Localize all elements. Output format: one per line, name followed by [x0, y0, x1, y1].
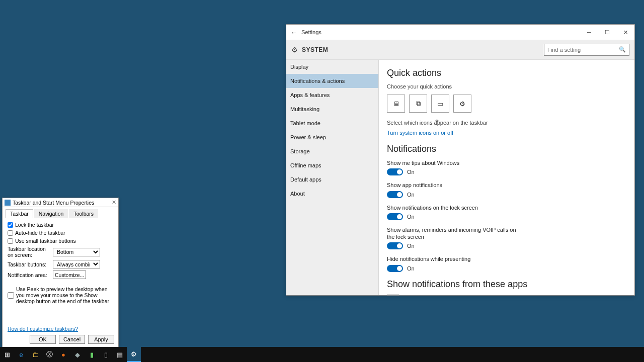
app-6-button[interactable]: ▮: [85, 347, 99, 362]
sidebar-item-tablet[interactable]: Tablet mode: [286, 116, 378, 130]
customize-button[interactable]: Customize...: [53, 270, 86, 279]
props-title-text: Taskbar and Start Menu Properties: [13, 200, 94, 206]
notif-area-label: Notification area:: [8, 272, 53, 278]
check-auto-hide-label: Auto-hide the taskbar: [15, 230, 65, 236]
toggle-app-notif[interactable]: [387, 191, 403, 198]
app-5-button[interactable]: ◆: [70, 347, 85, 362]
check-small-buttons-label: Use small taskbar buttons: [15, 238, 76, 244]
check-peek-box[interactable]: [8, 287, 14, 304]
check-auto-hide-box[interactable]: [8, 230, 13, 236]
project-icon: ⧉: [416, 100, 421, 108]
edge-icon: e: [19, 351, 23, 358]
toggle-lock[interactable]: [387, 213, 403, 220]
sidebar-item-apps[interactable]: Apps & features: [286, 88, 378, 102]
app-name: BitTorrent: [403, 295, 456, 295]
header-label: SYSTEM: [302, 46, 328, 53]
check-auto-hide[interactable]: Auto-hide the taskbar: [8, 230, 113, 236]
sidebar-item-storage[interactable]: Storage: [286, 144, 378, 158]
settings-taskbar-button[interactable]: ⚙: [127, 347, 141, 362]
sidebar-item-default-apps[interactable]: Default apps: [286, 172, 378, 187]
start-button[interactable]: ⊞: [0, 347, 14, 362]
sidebar-item-display[interactable]: Display: [286, 60, 378, 74]
cursor-icon: ⌖: [435, 117, 439, 124]
search-placeholder: Find a setting: [547, 47, 581, 53]
sidebar-item-multitasking[interactable]: Multitasking: [286, 102, 378, 116]
link-system-icons[interactable]: Turn system icons on or off: [387, 130, 626, 136]
app-7-button[interactable]: ▯: [99, 347, 113, 362]
maximize-button[interactable]: ☐: [598, 25, 616, 40]
quick-action-1[interactable]: 🖥: [387, 95, 405, 113]
connect-icon: 🖥: [393, 100, 399, 108]
props-titlebar: Taskbar and Start Menu Properties ✕: [3, 198, 118, 207]
check-small-buttons[interactable]: Use small taskbar buttons: [8, 238, 113, 244]
file-explorer-icon: 🗀: [32, 351, 39, 358]
tab-toolbars[interactable]: Toolbars: [69, 209, 98, 218]
check-lock-taskbar-label: Lock the taskbar: [15, 222, 54, 228]
buttons-label: Taskbar buttons:: [8, 261, 53, 267]
link-taskbar-icons[interactable]: Select which icons appear on the taskbar: [387, 120, 626, 126]
titlebar: ← Settings ─ ☐ ✕: [286, 25, 634, 40]
toggle-tips-label: Show me tips about Windows: [387, 159, 518, 166]
unknown-app-3-icon: ▯: [104, 351, 108, 358]
quick-actions-desc: Choose your quick actions: [387, 83, 626, 89]
gear-icon: ⚙: [291, 46, 298, 54]
settings-window: ← Settings ─ ☐ ✕ ⚙ SYSTEM Find a setting…: [286, 24, 635, 296]
taskbar: ⊞ e 🗀 ⓧ ● ◆ ▮ ▯ ▤ ⚙: [0, 347, 644, 362]
sidebar-item-offline-maps[interactable]: Offline maps: [286, 158, 378, 172]
toggle-alarms[interactable]: [387, 242, 403, 249]
quick-actions-heading: Quick actions: [387, 68, 626, 78]
xbox-button[interactable]: ⓧ: [42, 347, 56, 362]
quick-action-3[interactable]: ▭: [431, 95, 449, 113]
search-icon: 🔍: [619, 46, 626, 53]
taskbar-properties-icon: ▤: [117, 351, 123, 358]
window-title: Settings: [301, 29, 321, 35]
check-lock-taskbar-box[interactable]: [8, 222, 13, 228]
minimize-button[interactable]: ─: [580, 25, 598, 40]
cancel-button[interactable]: Cancel: [59, 335, 85, 344]
toggle-tips[interactable]: [387, 168, 403, 175]
firefox-button[interactable]: ●: [56, 347, 70, 362]
file-explorer-button[interactable]: 🗀: [28, 347, 42, 362]
check-small-buttons-box[interactable]: [8, 238, 13, 244]
location-label: Taskbar location on screen:: [8, 246, 53, 258]
help-link[interactable]: How do I customize taskbars?: [8, 326, 78, 332]
back-button[interactable]: ←: [286, 29, 301, 36]
taskbar-props-button[interactable]: ▤: [113, 347, 127, 362]
gear-icon: ⚙: [459, 100, 465, 108]
xbox-icon: ⓧ: [46, 350, 53, 359]
toggle-presenting-label: Hide notifications while presenting: [387, 255, 518, 262]
location-select[interactable]: Bottom: [53, 248, 100, 256]
app-row-bittorrent[interactable]: ◯ BitTorrent On: Banners, Sounds On: [387, 295, 626, 295]
props-close-button[interactable]: ✕: [112, 199, 116, 206]
sidebar-item-notifications[interactable]: Notifications & actions: [286, 74, 378, 88]
toggle-app-notif-state: On: [407, 192, 415, 198]
check-lock-taskbar[interactable]: Lock the taskbar: [8, 222, 113, 228]
unknown-app-icon: ◆: [75, 351, 80, 358]
bittorrent-icon: ◯: [387, 295, 399, 295]
quick-action-2[interactable]: ⧉: [409, 95, 427, 113]
toggle-tips-state: On: [407, 169, 415, 175]
close-button[interactable]: ✕: [616, 25, 634, 40]
tab-navigation[interactable]: Navigation: [34, 209, 68, 218]
sidebar-item-power[interactable]: Power & sleep: [286, 130, 378, 144]
apps-heading: Show notifications from these apps: [387, 279, 626, 290]
buttons-select[interactable]: Always combine, hide labels: [53, 260, 100, 268]
toggle-presenting[interactable]: [387, 265, 403, 272]
toggle-lock-state: On: [407, 214, 415, 220]
tab-taskbar[interactable]: Taskbar: [6, 209, 33, 218]
sidebar-item-about[interactable]: About: [286, 187, 378, 201]
check-peek-label: Use Peek to preview the desktop when you…: [16, 286, 113, 304]
ok-button[interactable]: OK: [30, 335, 56, 344]
note-icon: ▭: [437, 100, 443, 108]
search-input[interactable]: Find a setting 🔍: [544, 44, 629, 56]
edge-button[interactable]: e: [14, 347, 28, 362]
toggle-presenting-state: On: [407, 265, 415, 272]
toggle-alarms-label: Show alarms, reminders and incoming VOIP…: [387, 226, 518, 241]
apply-button[interactable]: Apply: [88, 335, 114, 344]
toggle-lock-label: Show notifications on the lock screen: [387, 204, 518, 211]
settings-icon: ⚙: [131, 350, 137, 358]
quick-action-4[interactable]: ⚙: [453, 95, 471, 113]
toggle-app-notif-label: Show app notifications: [387, 182, 518, 189]
taskbar-properties-dialog: Taskbar and Start Menu Properties ✕ Task…: [2, 198, 119, 347]
notifications-heading: Notifications: [387, 144, 626, 154]
